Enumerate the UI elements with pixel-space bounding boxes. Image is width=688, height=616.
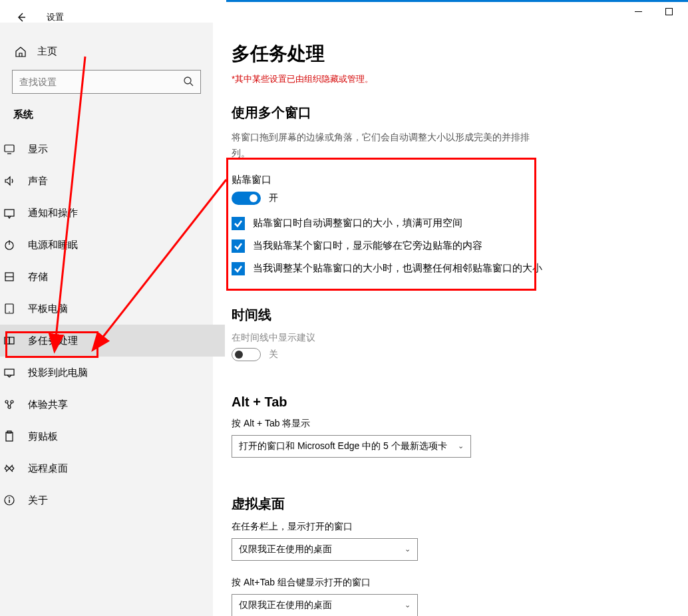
sidebar-item-label: 投影到此电脑 (28, 367, 88, 379)
virtual-dropdown2[interactable]: 仅限我正在使用的桌面 ⌄ (232, 594, 418, 616)
svg-point-24 (9, 498, 10, 499)
home-label: 主页 (37, 45, 57, 58)
timeline-heading: 时间线 (232, 306, 669, 324)
shared-icon (3, 398, 16, 411)
alttab-dropdown[interactable]: 打开的窗口和 Microsoft Edge 中的 5 个最新选项卡 ⌄ (232, 435, 471, 458)
sidebar-item-multitask[interactable]: 多任务处理 (0, 325, 225, 357)
sidebar-item-remote[interactable]: 远程桌面 (0, 452, 225, 484)
sidebar-item-label: 存储 (28, 271, 48, 283)
storage-icon (3, 270, 16, 283)
home-icon (15, 46, 27, 58)
remote-icon (3, 462, 16, 475)
check-label: 当我调整某个贴靠窗口的大小时，也调整任何相邻贴靠窗口的大小 (253, 262, 542, 275)
snap-desc: 将窗口拖到屏幕的边缘或角落，它们会自动调整大小以形成完美的并排排列。 (232, 130, 538, 162)
chevron-down-icon: ⌄ (405, 545, 411, 553)
notif-icon (3, 206, 16, 220)
accent-strip (226, 0, 688, 2)
org-warning: *其中某些设置已由组织隐藏或管理。 (232, 73, 669, 85)
window-title: 设置 (47, 11, 64, 23)
sidebar-item-power[interactable]: 电源和睡眠 (0, 229, 225, 261)
snap-check-row: 贴靠窗口时自动调整窗口的大小，填满可用空间 (232, 217, 669, 230)
sound-icon (3, 174, 16, 188)
snap-toggle-state: 开 (269, 192, 278, 204)
sidebar-item-label: 剪贴板 (28, 430, 58, 443)
svg-point-17 (5, 400, 8, 403)
svg-rect-16 (5, 369, 14, 375)
svg-point-18 (11, 400, 13, 403)
snap-check-row: 当我贴靠某个窗口时，显示能够在它旁边贴靠的内容 (232, 239, 669, 253)
sidebar-item-label: 显示 (28, 143, 48, 156)
timeline-toggle-state: 关 (269, 349, 278, 361)
sidebar-item-clipboard[interactable]: 剪贴板 (0, 420, 225, 452)
sidebar-nav: 显示声音通知和操作电源和睡眠存储平板电脑多任务处理投影到此电脑体验共享剪贴板远程… (0, 133, 225, 516)
tablet-icon (3, 302, 16, 315)
clipboard-icon (3, 430, 16, 443)
power-icon (3, 238, 16, 251)
search-icon (183, 76, 194, 88)
chevron-down-icon: ⌄ (405, 601, 411, 609)
sidebar-item-label: 关于 (28, 494, 48, 507)
sidebar-item-notif[interactable]: 通知和操作 (0, 197, 225, 229)
alttab-label: 按 Alt + Tab 将显示 (232, 418, 669, 430)
sidebar-item-display[interactable]: 显示 (0, 133, 225, 165)
virtual-heading: 虚拟桌面 (232, 495, 669, 513)
timeline-toggle[interactable] (232, 348, 261, 361)
sidebar-item-storage[interactable]: 存储 (0, 261, 225, 293)
about-icon (3, 494, 16, 507)
sidebar-item-label: 平板电脑 (28, 303, 68, 315)
maximize-button[interactable] (653, 1, 684, 21)
alttab-selected: 打开的窗口和 Microsoft Edge 中的 5 个最新选项卡 (239, 440, 447, 452)
sidebar-item-label: 声音 (28, 175, 48, 188)
checkbox[interactable] (232, 262, 245, 275)
svg-point-13 (9, 311, 10, 313)
sidebar-item-label: 多任务处理 (28, 335, 78, 347)
category-heading: 系统 (13, 108, 201, 121)
project-icon (3, 366, 16, 379)
svg-rect-7 (5, 210, 14, 216)
svg-rect-15 (9, 337, 14, 344)
sidebar-item-sound[interactable]: 声音 (0, 165, 225, 197)
svg-point-19 (8, 406, 11, 408)
sidebar-item-about[interactable]: 关于 (0, 484, 225, 516)
svg-rect-5 (5, 145, 14, 152)
svg-rect-14 (5, 337, 9, 344)
page-title: 多任务处理 (232, 41, 669, 67)
sidebar-item-project[interactable]: 投影到此电脑 (0, 357, 225, 388)
svg-rect-1 (665, 8, 672, 15)
sidebar-item-label: 体验共享 (28, 398, 68, 411)
svg-rect-20 (6, 432, 13, 441)
virtual-label2: 按 Alt+Tab 组合键显示打开的窗口 (232, 577, 669, 589)
virtual-dropdown1[interactable]: 仅限我正在使用的桌面 ⌄ (232, 538, 418, 561)
home-link[interactable]: 主页 (15, 45, 201, 58)
alttab-heading: Alt + Tab (232, 394, 669, 410)
sidebar-item-label: 远程桌面 (28, 462, 68, 475)
minimize-button[interactable] (623, 1, 653, 21)
back-button[interactable] (12, 8, 31, 27)
multitask-icon (3, 334, 16, 347)
snap-toggle[interactable] (232, 192, 261, 205)
timeline-label: 在时间线中显示建议 (232, 332, 669, 344)
main-content: 多任务处理 *其中某些设置已由组织隐藏或管理。 使用多个窗口 将窗口拖到屏幕的边… (213, 23, 688, 616)
display-icon (3, 142, 16, 156)
sidebar-item-label: 通知和操作 (28, 207, 78, 220)
svg-line-4 (190, 83, 193, 86)
check-label: 当我贴靠某个窗口时，显示能够在它旁边贴靠的内容 (253, 239, 482, 252)
sidebar-item-shared[interactable]: 体验共享 (0, 388, 225, 420)
snap-check-row: 当我调整某个贴靠窗口的大小时，也调整任何相邻贴靠窗口的大小 (232, 262, 669, 275)
virtual-label1: 在任务栏上，显示打开的窗口 (232, 521, 669, 533)
snap-heading: 使用多个窗口 (232, 104, 669, 122)
svg-point-3 (184, 77, 191, 84)
virtual-selected1: 仅限我正在使用的桌面 (239, 543, 332, 555)
chevron-down-icon: ⌄ (458, 442, 464, 450)
check-label: 贴靠窗口时自动调整窗口的大小，填满可用空间 (253, 217, 462, 230)
checkbox[interactable] (232, 217, 245, 230)
virtual-selected2: 仅限我正在使用的桌面 (239, 599, 332, 611)
sidebar-item-label: 电源和睡眠 (28, 239, 78, 251)
sidebar: 设置 主页 系统 显示声音通知和操作电源和睡眠存储平板电脑多任务处理投影到此电脑… (0, 23, 213, 616)
search-input[interactable] (12, 70, 201, 94)
snap-toggle-label: 贴靠窗口 (232, 174, 669, 186)
search-field[interactable] (19, 77, 183, 87)
sidebar-item-tablet[interactable]: 平板电脑 (0, 293, 225, 325)
checkbox[interactable] (232, 239, 245, 253)
